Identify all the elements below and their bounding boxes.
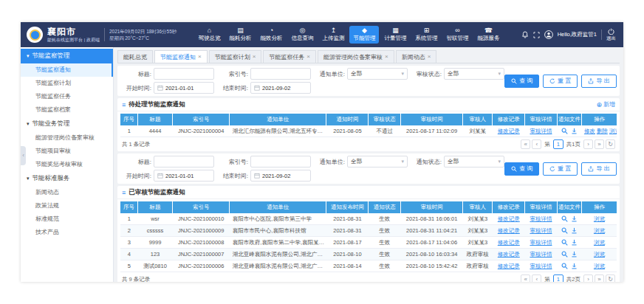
- detail-link[interactable]: 审核详情: [530, 251, 552, 258]
- tab[interactable]: 能源管理岗位备案审核×: [318, 50, 394, 63]
- nav-item[interactable]: ◎信息查询: [287, 26, 317, 44]
- pending-end-date-input[interactable]: 2021-09-02: [250, 82, 311, 94]
- nav-item[interactable]: ◔能效分析: [256, 26, 286, 44]
- pending-index-input[interactable]: [250, 68, 311, 80]
- sidebar-item[interactable]: 节能监察档案: [21, 103, 113, 117]
- nav-item[interactable]: ⊞系统管理: [411, 26, 441, 44]
- sidebar-item[interactable]: 节能项目审核: [21, 145, 113, 158]
- nav-item[interactable]: ☎能源服务: [473, 26, 503, 44]
- refresh-button[interactable]: ↻: [606, 139, 615, 149]
- sidebar-group-header[interactable]: ▾节能业务管理: [21, 117, 113, 131]
- op-link[interactable]: 浏览: [594, 263, 605, 269]
- nav-item[interactable]: ▤能耗分析: [225, 26, 255, 44]
- tab-close-icon[interactable]: ×: [428, 54, 431, 60]
- next-page-button[interactable]: ›: [583, 274, 593, 282]
- tab[interactable]: 节能监察通知×: [154, 50, 208, 63]
- record-link[interactable]: 修改记录: [498, 263, 520, 269]
- prev-page-button[interactable]: ‹: [532, 274, 541, 282]
- detail-link[interactable]: 审核详情: [530, 215, 552, 222]
- download-icon[interactable]: [571, 215, 578, 222]
- sidebar-group-header[interactable]: ▾节能监察管理: [21, 49, 113, 63]
- sidebar-item[interactable]: 节能监察任务: [21, 90, 113, 103]
- nav-item[interactable]: ◆节能管理: [349, 26, 379, 44]
- op-link[interactable]: 浏览: [594, 215, 605, 222]
- sidebar-item[interactable]: 标准规范: [21, 213, 113, 226]
- op-link[interactable]: 删除: [597, 128, 608, 134]
- record-link[interactable]: 修改记录: [498, 251, 520, 258]
- detail-link[interactable]: 审核详情: [530, 227, 552, 234]
- download-icon[interactable]: [571, 251, 578, 258]
- tab-close-icon[interactable]: ×: [306, 54, 310, 60]
- op-link[interactable]: 修改: [584, 128, 595, 134]
- reviewed-reset-button[interactable]: 重 置: [543, 162, 578, 176]
- tab-close-icon[interactable]: ×: [198, 54, 202, 60]
- sidebar-item[interactable]: 能源管理岗位备案审核: [21, 131, 113, 145]
- detail-link[interactable]: 审核详情: [530, 128, 552, 134]
- tab[interactable]: 新闻动态×: [396, 50, 437, 63]
- download-icon[interactable]: [571, 128, 578, 134]
- pending-start-date-input[interactable]: 2021-01-01: [154, 82, 214, 94]
- nav-item[interactable]: ⌂驾驶总览: [194, 26, 224, 44]
- tab[interactable]: 节能监察计划×: [209, 50, 262, 63]
- reviewed-notice-status-select[interactable]: 全部▾: [444, 156, 504, 167]
- op-link[interactable]: 浏览: [609, 128, 617, 134]
- pending-add-button[interactable]: ⊕新增: [596, 100, 615, 108]
- preview-icon[interactable]: [561, 263, 568, 269]
- sidebar-item[interactable]: 节能奖惩考核审核: [21, 158, 113, 171]
- detail-link[interactable]: 审核详情: [530, 239, 552, 246]
- op-link[interactable]: 浏览: [594, 239, 605, 246]
- first-page-button[interactable]: «: [521, 274, 530, 282]
- next-page-button[interactable]: ›: [583, 139, 593, 149]
- preview-icon[interactable]: [561, 227, 568, 234]
- sidebar-group-header[interactable]: ▾节能标准服务: [21, 171, 113, 186]
- tab[interactable]: 节能监察任务×: [263, 50, 316, 63]
- op-link[interactable]: 浏览: [594, 227, 605, 234]
- preview-icon[interactable]: [561, 251, 568, 258]
- download-icon[interactable]: [571, 263, 578, 269]
- prev-page-button[interactable]: ‹: [532, 139, 541, 149]
- sidebar-item[interactable]: 新闻动态: [21, 186, 113, 199]
- bell-icon[interactable]: [521, 31, 529, 38]
- reviewed-end-date-input[interactable]: 2021-09-02: [250, 170, 311, 182]
- nav-item[interactable]: ↥上传监测: [318, 26, 348, 44]
- record-link[interactable]: 修改记录: [498, 128, 520, 134]
- download-icon[interactable]: [571, 227, 578, 234]
- preview-icon[interactable]: [561, 239, 568, 246]
- download-icon[interactable]: [571, 239, 578, 246]
- preview-icon[interactable]: [561, 128, 568, 134]
- first-page-button[interactable]: «: [521, 139, 530, 149]
- reviewed-title-input[interactable]: [154, 156, 214, 167]
- logout-button[interactable]: 退出: [606, 28, 616, 42]
- reviewed-unit-select[interactable]: 全部▾: [347, 156, 408, 167]
- last-page-button[interactable]: »: [595, 139, 604, 149]
- op-link[interactable]: 浏览: [594, 251, 605, 258]
- reviewed-search-button[interactable]: 查 询: [504, 162, 539, 176]
- reviewed-export-button[interactable]: 导 出: [581, 162, 616, 176]
- pending-title-input[interactable]: [154, 68, 214, 80]
- sidebar-collapse-handle[interactable]: ‹: [21, 146, 26, 165]
- tab-close-icon[interactable]: ×: [385, 54, 388, 60]
- last-page-button[interactable]: »: [595, 274, 604, 282]
- fullscreen-icon[interactable]: [533, 32, 540, 38]
- current-page[interactable]: 1: [553, 139, 564, 149]
- pending-unit-select[interactable]: 全部▾: [347, 68, 408, 80]
- pending-reset-button[interactable]: 重 置: [543, 75, 578, 88]
- record-link[interactable]: 修改记录: [498, 215, 520, 222]
- sidebar-item[interactable]: 技术产品: [21, 226, 113, 239]
- sidebar-item[interactable]: 政策法规: [21, 199, 113, 213]
- pending-search-button[interactable]: 查 询: [504, 75, 539, 88]
- reviewed-index-input[interactable]: [250, 156, 311, 167]
- preview-icon[interactable]: [561, 215, 568, 222]
- nav-item[interactable]: ∞智联管理: [442, 26, 472, 44]
- pending-audit-status-select[interactable]: 全部▾: [444, 68, 504, 80]
- pending-export-button[interactable]: 导 出: [581, 75, 616, 88]
- tab[interactable]: 能耗总览: [117, 50, 153, 63]
- record-link[interactable]: 修改记录: [498, 239, 520, 246]
- avatar-icon[interactable]: [544, 30, 553, 39]
- tab-close-icon[interactable]: ×: [253, 54, 256, 60]
- record-link[interactable]: 修改记录: [498, 227, 520, 234]
- reviewed-start-date-input[interactable]: 2021-01-01: [154, 170, 214, 182]
- sidebar-item[interactable]: 节能监察计划: [21, 77, 113, 90]
- detail-link[interactable]: 审核详情: [530, 263, 552, 269]
- sidebar-item[interactable]: 节能监察通知: [21, 63, 113, 77]
